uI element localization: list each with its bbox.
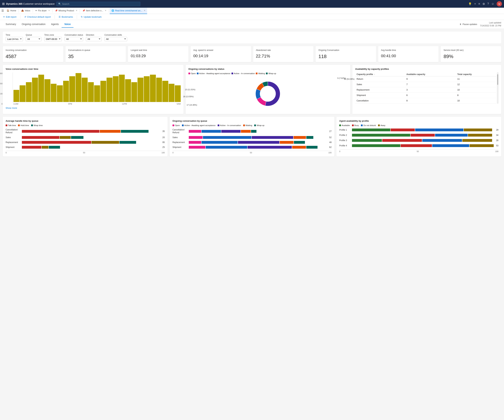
bar-talk-ship [22, 146, 41, 149]
tab-close-missing-product[interactable]: ✕ [76, 9, 77, 12]
avatar[interactable]: U [497, 1, 502, 6]
voice-bar [20, 85, 25, 102]
filter-conv-skills-label: Conversation skills [104, 34, 127, 36]
bar-wrap-ship [49, 146, 60, 149]
donut-label-left: 16 (13.55%) [183, 95, 194, 98]
scrollbar-thumb[interactable] [497, 74, 498, 85]
legend-oq-active-await: Active - Awaiting agent acceptance [182, 124, 216, 126]
legend-aa-away: Away [378, 124, 385, 126]
refresh-icon: ↺ [24, 16, 26, 18]
scrollbar[interactable] [497, 72, 498, 104]
voice-bar [107, 78, 112, 102]
tab-close-item-defective[interactable]: ✕ [105, 9, 106, 12]
tab-inbox[interactable]: 📥 Inbox [19, 8, 32, 14]
legend-dot-open [188, 73, 190, 74]
legend-oq-open: Open [173, 124, 180, 126]
voice-bar [156, 78, 162, 102]
filter-queue-label: Queue [26, 34, 42, 36]
sub-tab-right: ⏸ Pause updates Last updated 7/14/2022 5… [459, 20, 501, 29]
oq-replacement: Replacement 48 [173, 141, 332, 144]
tab-realtime[interactable]: 🌐 Real time omnichannel an... ✕ [110, 8, 147, 14]
voice-bar [113, 76, 119, 102]
search-bar[interactable]: 🔍 [56, 2, 140, 6]
legend-active-conv: Active - In conversation [231, 72, 255, 75]
bookmarks-button[interactable]: ☰ Bookmarks [58, 15, 74, 19]
aa-profile4: Profile 4 53 [339, 144, 498, 147]
legend-aa-available: Available [339, 124, 350, 126]
bar-oq-conv-replace [238, 141, 279, 144]
avg-handle-card: Average handle time by queue Talk time H… [3, 117, 168, 156]
tab-item-defective[interactable]: 📌 Item defective o... ✕ [81, 8, 108, 14]
app-name: Dynamics 365 Customer service workspace [6, 2, 54, 5]
checkout-report-button[interactable]: ↺ Checkout default report [23, 15, 52, 19]
filter-timezone: Time zone GMT-08:00 [44, 34, 62, 41]
update-bookmark-button[interactable]: ↻ Update bookmark [80, 15, 103, 19]
bar-wrap-sales [71, 136, 84, 139]
pin-icon: 📌 [55, 9, 58, 12]
filter-direction-select[interactable]: All [86, 37, 102, 41]
legend-dot-aa-busy [352, 124, 354, 126]
voice-bar [169, 84, 174, 102]
bar-aa-dnd-p4 [432, 144, 469, 147]
bar-oq-wait-replace [280, 141, 294, 144]
tab-home[interactable]: 🏠 Home [5, 8, 18, 14]
filter-queue-select[interactable]: All [26, 37, 42, 41]
filter-conv-status-select[interactable]: All [65, 37, 83, 41]
sub-tab-agents[interactable]: Agents [48, 21, 62, 28]
sub-tab-ongoing[interactable]: Ongoing conversation [19, 21, 48, 28]
voice-bar [57, 85, 63, 102]
filter-timezone-label: Time zone [44, 34, 62, 36]
tab-close-fix-dryer[interactable]: ✕ [48, 9, 50, 12]
legend-wrap: Wrap time [31, 124, 43, 126]
settings-icon[interactable]: ⚙ [482, 2, 485, 6]
legend-oq-active-conv: Active - In conversation [218, 124, 241, 126]
tab-missing-product[interactable]: 📌 Missing Product ✕ [53, 8, 79, 14]
filter-conv-skills-select[interactable]: All [104, 37, 127, 41]
legend-oq-wrapup: Wrap-up [254, 124, 264, 126]
bar-oq-await-replace [202, 141, 238, 144]
filter-time-select[interactable]: Last 24 hrs [6, 37, 23, 41]
sort-icon[interactable]: ↑ [374, 73, 375, 75]
avg-handle-title: Average handle time by queue [6, 120, 165, 122]
filter-timezone-select[interactable]: GMT-08:00 [44, 37, 62, 41]
filter-time: Time Last 24 hrs [6, 34, 23, 41]
home-icon: 🏠 [7, 9, 9, 12]
legend-dot-active-conv [231, 73, 233, 74]
show-more-link[interactable]: Show more [6, 107, 181, 109]
donut-legend: Open Active - Awaiting agent acceptance … [188, 72, 348, 75]
hamburger-icon[interactable]: ☰ [1, 9, 4, 12]
voice-chart-y-labels: 300 200 100 0 [0, 72, 2, 105]
tab-close-realtime[interactable]: ✕ [144, 9, 145, 12]
waffle-icon[interactable]: ⊞ [2, 2, 5, 6]
bar-aa-away-p3 [462, 139, 492, 142]
voice-bar [162, 81, 168, 102]
pencil-icon: ✏ [35, 9, 37, 12]
bar-aa-busy-p2 [411, 134, 435, 136]
voice-bar [175, 85, 180, 102]
search-input[interactable] [62, 3, 138, 5]
dashboard-icon[interactable]: ≡ [478, 2, 480, 6]
pause-updates-button[interactable]: ⏸ Pause updates [459, 23, 477, 25]
voice-bar [144, 76, 150, 102]
legend-active-await: Active - Awaiting agent acceptance [197, 72, 230, 75]
edit-report-button[interactable]: ✏ Edit report [2, 15, 18, 19]
tab-separator-4 [80, 9, 80, 12]
voice-bar [51, 84, 56, 102]
add-icon[interactable]: + [474, 2, 476, 6]
filter-conv-status: Conversation status All [65, 34, 83, 41]
kpi-longest-wait-time: Longest wait time 01:03:29 [128, 46, 188, 62]
lightbulb-icon[interactable]: 💡 [468, 2, 472, 6]
sub-tab-summary[interactable]: Summary [3, 21, 19, 28]
tab-bar: ☰ 🏠 Home 📥 Inbox ✏ Fix dryer ✕ 📌 Missing… [0, 8, 504, 14]
help-icon[interactable]: ? [487, 2, 489, 6]
availability-card: Availability by capacity profiles Capaci… [352, 65, 501, 114]
filter-conv-status-label: Conversation status [65, 34, 83, 36]
emoji-icon[interactable]: ☺ [492, 2, 494, 6]
agent-axis: 0 50 100 [339, 149, 498, 153]
voice-chart-x-labels: 11AM 5PM 11PM 5AM [12, 103, 181, 105]
donut-chart-card: Ongoing conversations by status Open Act… [186, 65, 350, 114]
tab-fix-dryer[interactable]: ✏ Fix dryer ✕ [34, 8, 52, 14]
voice-bar [125, 79, 131, 102]
action-separator-3 [77, 15, 77, 19]
sub-tab-voice[interactable]: Voice [62, 21, 73, 28]
